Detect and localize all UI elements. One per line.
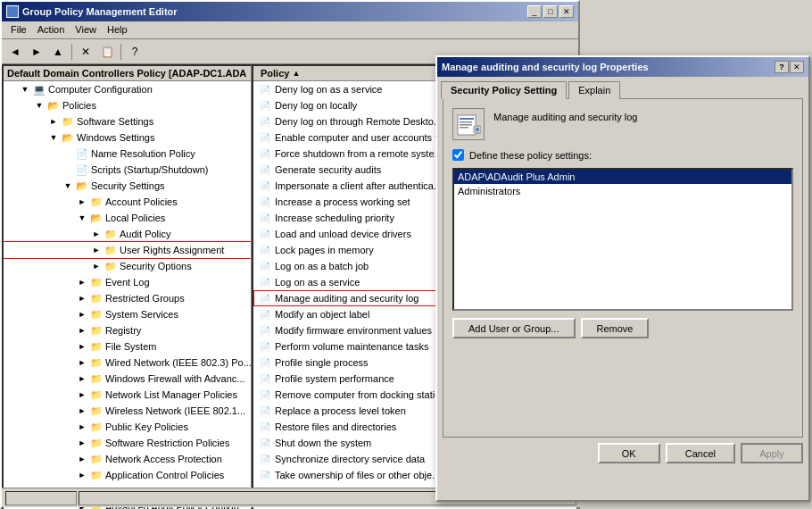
toggle-swr[interactable]: ► xyxy=(75,436,89,450)
folder-icon-event-log xyxy=(89,275,104,289)
tree-item-restricted-groups[interactable]: ► Restricted Groups xyxy=(4,290,251,306)
minimize-button[interactable]: _ xyxy=(527,5,542,18)
forward-button[interactable]: ► xyxy=(27,42,46,62)
policy-text-modify-object: Modify an object label xyxy=(272,309,369,320)
toggle-wired[interactable]: ► xyxy=(75,355,89,370)
tree-item-app-control[interactable]: ► Application Control Policies xyxy=(4,467,251,483)
close-button[interactable]: ✕ xyxy=(559,5,574,18)
apply-button[interactable]: Apply xyxy=(741,443,803,463)
menu-file[interactable]: File xyxy=(5,23,32,37)
policy-icon-take-ownership: 📄 xyxy=(258,468,272,482)
menu-help[interactable]: Help xyxy=(102,23,133,37)
policy-text-manage-auditing: Manage auditing and security log xyxy=(272,293,418,304)
tree-item-file-system[interactable]: ► File System xyxy=(4,338,251,355)
policy-icon-profile-single: 📄 xyxy=(258,355,272,370)
delete-button[interactable]: ✕ xyxy=(76,42,95,62)
toggle-audit[interactable]: ► xyxy=(89,227,104,241)
toggle-system-services[interactable]: ► xyxy=(75,307,89,321)
menu-action[interactable]: Action xyxy=(32,23,70,37)
dialog-help-button[interactable]: ? xyxy=(775,61,789,73)
policy-icon-modify-firmware: 📄 xyxy=(258,323,272,338)
cancel-button[interactable]: Cancel xyxy=(666,443,735,463)
policy-icon-force-shutdown: 📄 xyxy=(258,146,272,161)
tree-pane[interactable]: Default Domain Controllers Policy [ADAP-… xyxy=(2,64,252,509)
up-button[interactable]: ▲ xyxy=(48,42,68,62)
ok-button[interactable]: OK xyxy=(598,443,660,463)
policy-text-generate-audits: Generate security audits xyxy=(272,164,381,175)
software-restriction-label: Software Restriction Policies xyxy=(104,438,229,448)
toggle-file-system[interactable]: ► xyxy=(75,339,89,354)
menu-view[interactable]: View xyxy=(70,23,102,37)
dialog-close-button[interactable]: ✕ xyxy=(790,61,804,73)
policy-text-restore-files: Restore files and directories xyxy=(272,421,396,432)
toggle-policies[interactable]: ▼ xyxy=(32,98,46,113)
dialog-action-row: Add User or Group... Remove xyxy=(452,318,793,338)
add-user-button[interactable]: Add User or Group... xyxy=(452,318,576,338)
toggle-windows[interactable]: ▼ xyxy=(46,130,61,145)
toggle-netlist[interactable]: ► xyxy=(75,388,89,402)
help-button[interactable]: ? xyxy=(125,42,145,62)
policy-icon-log-batch: 📄 xyxy=(258,259,272,273)
toggle-restricted[interactable]: ► xyxy=(75,291,89,305)
tree-item-windows-firewall[interactable]: ► Windows Firewall with Advanc... xyxy=(4,371,251,387)
registry-label: Registry xyxy=(104,325,141,336)
toggle-event-log[interactable]: ► xyxy=(75,275,89,289)
security-options-label: Security Options xyxy=(118,261,192,271)
tree-item-windows-settings[interactable]: ▼ Windows Settings xyxy=(4,129,251,146)
tree-item-local-policies[interactable]: ▼ Local Policies xyxy=(4,210,251,226)
policy-text-profile-single: Profile single process xyxy=(272,357,369,368)
back-button[interactable]: ◄ xyxy=(5,42,25,62)
tree-item-network-access[interactable]: ► Network Access Protection xyxy=(4,451,251,467)
policy-text-lock-pages: Lock pages in memory xyxy=(272,245,374,255)
policy-text-deny-log-rdp: Deny log on through Remote Deskto... xyxy=(272,116,442,127)
tree-item-system-services[interactable]: ► System Services xyxy=(4,306,251,322)
tree-item-audit-policy[interactable]: ► Audit Policy xyxy=(4,226,251,242)
toggle-user-rights[interactable]: ► xyxy=(89,243,104,257)
tab-security-policy[interactable]: Security Policy Setting xyxy=(441,81,567,99)
tree-item-scripts[interactable]: Scripts (Startup/Shutdown) xyxy=(4,162,251,178)
toggle-computer-config[interactable]: ▼ xyxy=(18,82,32,96)
toggle-registry[interactable]: ► xyxy=(75,323,89,338)
remove-button[interactable]: Remove xyxy=(581,318,650,338)
user-item-adap[interactable]: ADAP\ADAudit Plus Admin xyxy=(454,170,791,184)
tree-item-security-settings[interactable]: ▼ Security Settings xyxy=(4,178,251,194)
tree-item-wireless[interactable]: ► Wireless Network (IEEE 802.1... xyxy=(4,403,251,419)
tree-item-name-resolution[interactable]: Name Resolution Policy xyxy=(4,146,251,162)
toggle-appc[interactable]: ► xyxy=(75,468,89,482)
toggle-local[interactable]: ▼ xyxy=(75,211,89,225)
define-policy-checkbox[interactable] xyxy=(452,149,464,161)
toggle-wireless[interactable]: ► xyxy=(75,404,89,418)
policy-text-deny-log-service: Deny log on as a service xyxy=(272,84,382,95)
tree-item-event-log[interactable]: ► Event Log xyxy=(4,274,251,290)
tree-item-public-key[interactable]: ► Public Key Policies xyxy=(4,419,251,435)
tree-item-account-policies[interactable]: ► Account Policies xyxy=(4,194,251,210)
folder-icon-nap xyxy=(89,452,104,466)
tree-item-security-options[interactable]: ► Security Options xyxy=(4,258,251,274)
toggle-software[interactable]: ► xyxy=(46,114,61,129)
tab-explain[interactable]: Explain xyxy=(568,81,620,99)
policy-icon-profile-system: 📄 xyxy=(258,371,272,386)
toggle-firewall[interactable]: ► xyxy=(75,371,89,386)
toggle-account[interactable]: ► xyxy=(75,195,89,209)
tree-item-user-rights[interactable]: ► User Rights Assignment xyxy=(4,242,251,258)
maximize-button[interactable]: □ xyxy=(543,5,558,18)
tree-item-software-restriction[interactable]: ► Software Restriction Policies xyxy=(4,435,251,451)
tree-item-policies[interactable]: ▼ Policies xyxy=(4,97,251,113)
tree-item-network-list[interactable]: ► Network List Manager Policies xyxy=(4,387,251,403)
local-policies-label: Local Policies xyxy=(104,213,165,223)
users-list[interactable]: ADAP\ADAudit Plus Admin Administrators xyxy=(452,168,793,311)
policy-text-remove-docking: Remove computer from docking statio... xyxy=(272,389,448,400)
toggle-pubkey[interactable]: ► xyxy=(75,420,89,434)
policy-icon-deny-log-locally: 📄 xyxy=(258,98,272,113)
policy-big-icon xyxy=(452,108,485,140)
toggle-security[interactable]: ▼ xyxy=(61,179,75,193)
security-settings-label: Security Settings xyxy=(89,180,165,191)
toggle-sec-options[interactable]: ► xyxy=(89,259,104,273)
tree-item-software-settings[interactable]: ► Software Settings xyxy=(4,113,251,129)
properties-button[interactable]: 📋 xyxy=(97,42,117,62)
tree-item-registry[interactable]: ► Registry xyxy=(4,322,251,338)
tree-item-wired-network[interactable]: ► Wired Network (IEEE 802.3) Po... xyxy=(4,355,251,371)
toggle-nap[interactable]: ► xyxy=(75,452,89,466)
user-item-administrators[interactable]: Administrators xyxy=(454,184,791,198)
tree-item-computer-config[interactable]: ▼ Computer Configuration xyxy=(4,81,251,97)
